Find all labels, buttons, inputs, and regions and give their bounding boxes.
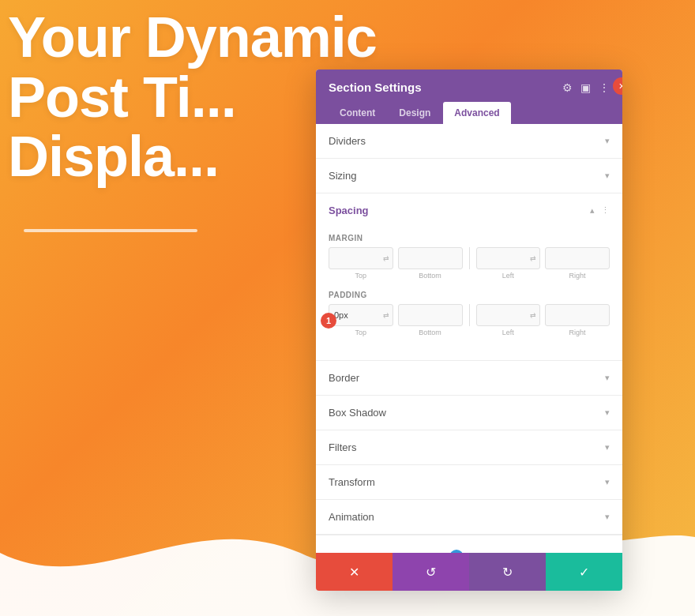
transform-chevron-icon: ▾: [605, 477, 610, 487]
sizing-section: Sizing ▾: [316, 159, 622, 193]
spacing-content: Margin ⇄ Top: [316, 227, 622, 360]
padding-row-wrap: 1 ⇄ Top: [329, 304, 610, 336]
margin-top-col: ⇄ Top: [329, 247, 393, 280]
filters-section: Filters ▾: [316, 430, 622, 465]
padding-row: ⇄ Top Bottom: [329, 304, 610, 336]
spacing-header-icons: ▴ ⋮: [590, 205, 610, 216]
panel-header: Section Settings ⚙ ▣ ⋮ Content Design Ad…: [316, 69, 622, 124]
tab-design[interactable]: Design: [388, 102, 441, 124]
padding-divider: [469, 304, 470, 326]
sizing-chevron-icon: ▾: [605, 171, 610, 181]
spacing-header-left: Spacing: [329, 205, 369, 216]
sizing-label: Sizing: [329, 170, 356, 182]
margin-left-link-icon: ⇄: [530, 254, 536, 262]
animation-section: Animation ▾: [316, 500, 622, 535]
border-chevron-icon: ▾: [605, 373, 610, 383]
padding-left-wrap: ⇄: [476, 304, 541, 326]
margin-left-col: ⇄ Left: [476, 247, 541, 280]
margin-right-col: Right: [545, 247, 610, 280]
animation-label: Animation: [329, 511, 374, 523]
padding-left-col: ⇄ Left: [476, 304, 541, 336]
padding-group: Padding 1 ⇄ Top: [329, 291, 610, 336]
spacing-header[interactable]: Spacing ▴ ⋮: [316, 193, 622, 227]
panel-footer: ✕ ↺ ↻ ✓: [316, 553, 622, 591]
sizing-header[interactable]: Sizing ▾: [316, 159, 622, 193]
margin-group: Margin ⇄ Top: [329, 234, 610, 280]
padding-badge: 1: [321, 313, 336, 329]
panel-title: Section Settings: [329, 81, 422, 94]
filters-header[interactable]: Filters ▾: [316, 430, 622, 464]
animation-chevron-icon: ▾: [605, 512, 610, 522]
settings-icon[interactable]: ⚙: [562, 82, 573, 93]
spacing-label: Spacing: [329, 205, 369, 216]
padding-right-wrap: [545, 304, 610, 326]
panel-header-icons: ⚙ ▣ ⋮: [562, 82, 610, 93]
margin-left-label: Left: [502, 272, 514, 280]
padding-bottom-input[interactable]: [398, 304, 463, 326]
filters-chevron-icon: ▾: [605, 442, 610, 453]
padding-top-col: ⇄ Top: [329, 304, 393, 336]
tab-content[interactable]: Content: [329, 102, 386, 124]
tab-advanced[interactable]: Advanced: [443, 102, 510, 124]
transform-section: Transform ▾: [316, 465, 622, 500]
margin-left-wrap: ⇄: [476, 247, 541, 269]
padding-bottom-col: Bottom: [398, 304, 463, 336]
padding-bottom-label: Bottom: [419, 329, 441, 336]
margin-bottom-wrap: [398, 247, 463, 269]
transform-header[interactable]: Transform ▾: [316, 465, 622, 499]
padding-right-input[interactable]: [545, 304, 610, 326]
padding-bottom-wrap: [398, 304, 463, 326]
spacing-more-icon[interactable]: ⋮: [601, 205, 610, 216]
box-shadow-chevron-icon: ▾: [605, 408, 610, 418]
tabs: Content Design Advanced: [329, 102, 610, 124]
padding-right-label: Right: [569, 329, 586, 336]
spacing-chevron-icon: ▴: [590, 205, 595, 216]
transform-label: Transform: [329, 476, 375, 488]
panel-body: Dividers ▾ Sizing ▾ Spacing ▴ ⋮: [316, 124, 622, 553]
more-icon[interactable]: ⋮: [599, 82, 610, 93]
animation-header[interactable]: Animation ▾: [316, 500, 622, 534]
section-settings-panel: ✕ Section Settings ⚙ ▣ ⋮ Content Design …: [316, 69, 622, 591]
border-section: Border ▾: [316, 361, 622, 396]
dividers-header[interactable]: Dividers ▾: [316, 124, 622, 158]
margin-row: ⇄ Top Bottom: [329, 247, 610, 280]
padding-left-label: Left: [502, 329, 514, 336]
border-label: Border: [329, 372, 359, 384]
margin-right-input[interactable]: [545, 247, 610, 269]
dividers-section: Dividers ▾: [316, 124, 622, 159]
margin-divider: [469, 247, 470, 269]
filters-label: Filters: [329, 441, 356, 453]
margin-bottom-input[interactable]: [398, 247, 463, 269]
box-shadow-header[interactable]: Box Shadow ▾: [316, 396, 622, 430]
margin-right-label: Right: [569, 272, 586, 280]
save-button[interactable]: ✓: [546, 553, 622, 591]
margin-bottom-col: Bottom: [398, 247, 463, 280]
padding-top-wrap: ⇄: [329, 304, 393, 326]
margin-label: Margin: [329, 234, 610, 242]
margin-bottom-label: Bottom: [419, 272, 441, 280]
padding-top-link-icon: ⇄: [383, 311, 389, 319]
box-shadow-section: Box Shadow ▾: [316, 396, 622, 430]
padding-right-col: Right: [545, 304, 610, 336]
border-header[interactable]: Border ▾: [316, 361, 622, 395]
undo-button[interactable]: ↺: [393, 553, 469, 591]
panel-header-top: Section Settings ⚙ ▣ ⋮: [329, 81, 610, 94]
help-section: ? Help: [316, 535, 622, 553]
margin-top-label: Top: [355, 272, 367, 280]
heading-underline: [24, 229, 197, 232]
columns-icon[interactable]: ▣: [580, 82, 591, 93]
padding-label: Padding: [329, 291, 610, 299]
padding-left-link-icon: ⇄: [530, 311, 536, 319]
margin-top-link-icon: ⇄: [383, 254, 389, 262]
spacing-section: Spacing ▴ ⋮ Margin ⇄: [316, 193, 622, 361]
padding-top-label: Top: [355, 329, 367, 336]
redo-button[interactable]: ↻: [469, 553, 546, 591]
dividers-label: Dividers: [329, 135, 366, 147]
dividers-chevron-icon: ▾: [605, 136, 610, 146]
margin-top-wrap: ⇄: [329, 247, 393, 269]
cancel-button[interactable]: ✕: [316, 553, 393, 591]
box-shadow-label: Box Shadow: [329, 407, 386, 419]
margin-right-wrap: [545, 247, 610, 269]
